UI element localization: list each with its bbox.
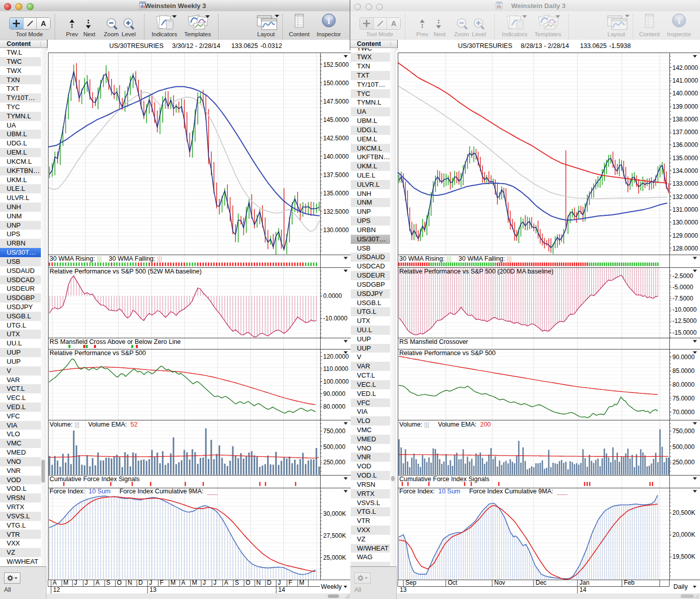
svg-text:A: A — [53, 579, 57, 586]
svg-text:A: A — [224, 579, 228, 586]
svg-text:M: M — [192, 579, 197, 586]
svg-text:140.0000: 140.0000 — [672, 90, 698, 97]
svg-text:F: F — [160, 579, 163, 586]
svg-text:20,000K: 20,000K — [672, 531, 695, 538]
svg-text:141.0000: 141.0000 — [672, 77, 698, 84]
svg-text:D: D — [138, 579, 143, 586]
svg-text:150.0000: 150.0000 — [323, 80, 349, 87]
svg-text:152.5000: 152.5000 — [323, 61, 349, 68]
svg-text:J: J — [278, 579, 281, 586]
svg-text:129.0000: 129.0000 — [672, 232, 698, 239]
svg-text:-10.0000: -10.0000 — [323, 315, 348, 322]
svg-text:145.0000: 145.0000 — [323, 116, 349, 123]
svg-text:M: M — [171, 579, 176, 586]
svg-text:30,000K: 30,000K — [323, 510, 346, 517]
svg-text:12: 12 — [53, 586, 60, 593]
svg-text:13: 13 — [400, 586, 407, 593]
svg-text:80.0000: 80.0000 — [323, 403, 346, 410]
svg-text:250,000: 250,000 — [323, 459, 346, 466]
svg-text:O: O — [117, 579, 122, 586]
svg-text:Force Index: 10 Sum Force: Force Index: 10 Sum Force Index Cumulati… — [399, 488, 568, 495]
svg-text:139.0000: 139.0000 — [672, 103, 698, 110]
svg-text:Cumulative Force Index Signals: Cumulative Force Index Signals — [399, 476, 489, 483]
svg-text:13: 13 — [150, 586, 157, 593]
svg-text:500,000: 500,000 — [672, 443, 695, 451]
svg-text:137.0000: 137.0000 — [672, 129, 698, 136]
svg-text:M: M — [63, 579, 68, 586]
svg-text:Feb: Feb — [624, 579, 635, 586]
svg-text:132.0000: 132.0000 — [672, 193, 698, 201]
svg-text:Relative Performance vs S&P 50: Relative Performance vs S&P 500 (52W MA … — [50, 268, 202, 275]
svg-text:80.0000: 80.0000 — [672, 381, 695, 388]
svg-text:750,000: 750,000 — [323, 428, 346, 435]
svg-text:142.5000: 142.5000 — [323, 135, 349, 142]
svg-text:N: N — [256, 579, 261, 586]
svg-text:RS Mansfield Cross Above or Be: RS Mansfield Cross Above or Below Zero L… — [50, 338, 181, 345]
svg-text:Daily: Daily — [673, 583, 688, 590]
svg-text:25,000K: 25,000K — [323, 554, 346, 561]
svg-text:250,000: 250,000 — [672, 459, 695, 466]
svg-text:30 WMA Rising: ||| 30 WMA F: 30 WMA Rising: ||| 30 WMA Falling: ||| — [50, 255, 162, 262]
svg-text:-7.5000: -7.5000 — [672, 295, 693, 302]
svg-text:14: 14 — [580, 586, 587, 593]
svg-text:S: S — [106, 579, 110, 586]
svg-text:137.5000: 137.5000 — [323, 171, 349, 179]
svg-text:RS Mansfield Crossover: RS Mansfield Crossover — [399, 338, 468, 345]
svg-text:J: J — [85, 579, 88, 586]
svg-text:Jan: Jan — [580, 579, 589, 586]
svg-text:M: M — [299, 579, 304, 586]
svg-text:0.0000: 0.0000 — [323, 292, 342, 300]
svg-text:131.0000: 131.0000 — [672, 206, 698, 213]
svg-text:142.0000: 142.0000 — [672, 64, 698, 71]
svg-text:-2.5000: -2.5000 — [672, 272, 693, 280]
svg-text:134.0000: 134.0000 — [672, 167, 698, 174]
svg-text:A: A — [181, 579, 185, 586]
svg-text:100.0000: 100.0000 — [323, 378, 349, 385]
svg-text:130.0000: 130.0000 — [672, 219, 698, 226]
svg-text:19,500K: 19,500K — [672, 553, 695, 560]
svg-text:20,500K: 20,500K — [672, 509, 695, 516]
svg-text:F: F — [288, 579, 292, 586]
svg-text:75.0000: 75.0000 — [672, 395, 695, 402]
svg-text:750,000: 750,000 — [672, 428, 695, 435]
svg-text:27,500K: 27,500K — [323, 532, 346, 539]
svg-text:-12.5000: -12.5000 — [672, 317, 697, 325]
svg-text:Cumulative Force Index Signals: Cumulative Force Index Signals — [50, 476, 139, 483]
svg-text:Oct: Oct — [448, 579, 457, 586]
svg-text:70.0000: 70.0000 — [672, 409, 695, 416]
svg-text:Sep: Sep — [405, 579, 417, 586]
svg-text:J: J — [74, 579, 77, 586]
svg-text:30 WMA Rising: ||| 30 WMA F: 30 WMA Rising: ||| 30 WMA Falling: ||| — [399, 255, 512, 262]
svg-text:85.0000: 85.0000 — [672, 367, 695, 375]
svg-text:Relative Performance vs S&P 50: Relative Performance vs S&P 500 — [50, 350, 146, 357]
svg-text:-15.0000: -15.0000 — [672, 329, 697, 336]
svg-text:135.0000: 135.0000 — [672, 155, 698, 162]
svg-text:90.0000: 90.0000 — [672, 354, 695, 361]
svg-text:135.0000: 135.0000 — [323, 190, 349, 197]
svg-text:S: S — [235, 579, 239, 586]
svg-text:Relative Performance vs S&P 50: Relative Performance vs S&P 500 — [399, 350, 496, 357]
svg-text:132.5000: 132.5000 — [323, 208, 349, 215]
svg-text:Nov: Nov — [494, 579, 505, 586]
svg-text:147.5000: 147.5000 — [323, 98, 349, 105]
svg-text:110.0000: 110.0000 — [323, 365, 348, 372]
svg-text:-10.0000: -10.0000 — [672, 306, 697, 313]
svg-text:500,000: 500,000 — [323, 443, 346, 451]
svg-text:Relative Performance vs S&P 50: Relative Performance vs S&P 500 (200D MA… — [399, 268, 553, 275]
svg-text:Dec: Dec — [536, 579, 546, 586]
svg-text:D: D — [267, 579, 272, 586]
svg-text:14: 14 — [278, 586, 285, 593]
svg-text:90.0000: 90.0000 — [323, 390, 346, 397]
svg-text:-5.0000: -5.0000 — [672, 284, 693, 291]
svg-text:136.0000: 136.0000 — [672, 141, 698, 148]
svg-text:128.0000: 128.0000 — [672, 245, 698, 252]
svg-text:120.0000: 120.0000 — [323, 353, 349, 360]
svg-text:138.0000: 138.0000 — [672, 116, 698, 123]
svg-text:Volume: ||| Volume EMA: 2: Volume: ||| Volume EMA: 200 — [399, 421, 491, 428]
svg-text:N: N — [128, 579, 132, 586]
svg-text:Volume: ||| Volume EMA: 5: Volume: ||| Volume EMA: 52 — [50, 421, 137, 428]
svg-text:J: J — [149, 579, 152, 586]
svg-text:130.0000: 130.0000 — [323, 227, 349, 234]
svg-text:133.0000: 133.0000 — [672, 180, 698, 187]
svg-text:Force Index: 10 Sum Force: Force Index: 10 Sum Force Index Cumulati… — [50, 488, 218, 495]
